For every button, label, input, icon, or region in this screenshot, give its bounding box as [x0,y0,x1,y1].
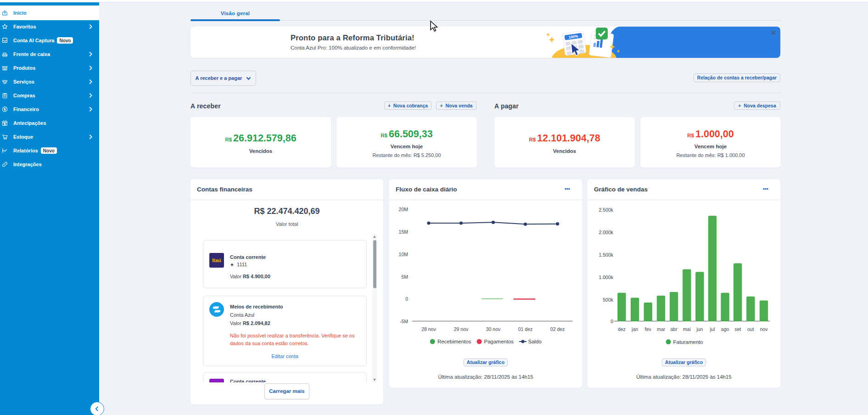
svg-text:mar: mar [657,326,666,332]
svg-text:abr: abr [671,326,678,332]
svg-text:jan: jan [631,326,638,332]
svg-text:jul: jul [710,326,715,332]
svg-text:dez: dez [618,326,626,332]
svg-text:1.000k: 1.000k [599,275,613,280]
svg-text:1.500k: 1.500k [599,252,613,258]
svg-text:Recebimentos: Recebimentos [437,339,471,344]
svg-text:set: set [734,326,741,332]
svg-text:29 nov: 29 nov [454,326,469,332]
svg-text:2.500k: 2.500k [599,207,613,213]
svg-text:mai: mai [683,326,691,332]
svg-text:0: 0 [405,296,408,302]
svg-text:01 dez: 01 dez [518,326,533,332]
svg-text:-5M: -5M [400,319,408,324]
svg-text:nov: nov [760,326,768,332]
svg-text:fev: fev [645,326,652,332]
svg-text:10M: 10M [399,252,408,257]
svg-text:5M: 5M [401,274,408,280]
svg-text:0: 0 [610,319,613,324]
svg-text:Pagamentos: Pagamentos [484,339,514,344]
svg-text:500k: 500k [603,297,614,303]
svg-text:ago: ago [721,326,729,332]
svg-text:jun: jun [696,326,703,332]
svg-text:15M: 15M [399,229,408,235]
svg-text:20M: 20M [399,207,408,212]
svg-text:30 nov: 30 nov [486,326,501,332]
svg-text:2.000k: 2.000k [599,230,613,235]
svg-text:out: out [747,326,754,332]
svg-text:Faturamento: Faturamento [673,339,703,345]
svg-text:28 nov: 28 nov [421,326,436,332]
svg-text:Saldo: Saldo [528,339,542,344]
svg-text:02 dez: 02 dez [550,326,565,332]
